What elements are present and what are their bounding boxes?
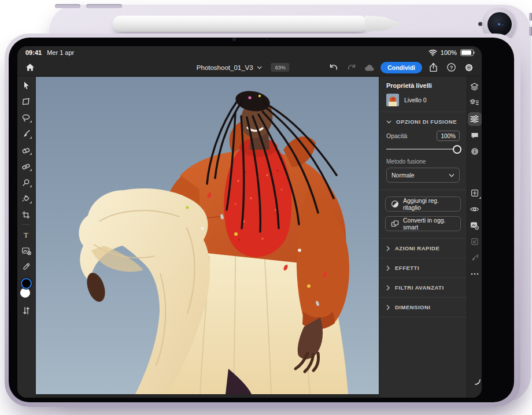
- blend-options-header[interactable]: OPZIONI DI FUSIONE: [379, 112, 467, 130]
- document-canvas[interactable]: [36, 77, 379, 394]
- eye-icon: [470, 205, 479, 213]
- redo-button[interactable]: [345, 61, 359, 75]
- background-color-swatch[interactable]: [20, 288, 30, 298]
- undo-icon: [329, 63, 339, 72]
- section-dimensions[interactable]: DIMENSIONI: [379, 298, 467, 317]
- adjustment-icon: [391, 200, 399, 208]
- transform-quad-icon: [21, 97, 31, 106]
- opacity-slider[interactable]: [386, 149, 459, 150]
- effects-brush-button[interactable]: [468, 251, 482, 265]
- swap-arrows-icon: [23, 306, 30, 315]
- type-tool[interactable]: T: [21, 229, 31, 239]
- rear-camera-lens: [487, 12, 512, 36]
- zoom-level-badge[interactable]: 63%: [271, 63, 290, 72]
- section-label: FILTRI AVANZATI: [395, 284, 444, 291]
- swap-colors-button[interactable]: [21, 306, 31, 316]
- layer-properties-panel: Proprietà livelli Livello 0 OPZIONI DI F…: [379, 76, 467, 398]
- effects-brush-icon: [470, 253, 479, 262]
- crop-icon: [21, 210, 31, 220]
- top-mic-slot: [86, 4, 122, 8]
- volume-button-up: [529, 13, 532, 21]
- comment-bubble-icon: [470, 131, 479, 140]
- cloud-sync-button[interactable]: [363, 61, 376, 75]
- section-label: AZIONI RAPIDE: [395, 245, 439, 251]
- section-advanced-filters[interactable]: FILTRI AVANZATI: [379, 278, 467, 298]
- opacity-slider-knob[interactable]: [453, 145, 461, 154]
- info-icon: [470, 147, 479, 156]
- taskbar-right: [467, 76, 482, 398]
- layers-button[interactable]: [468, 80, 482, 94]
- add-layer-button[interactable]: [468, 186, 482, 200]
- add-clipping-adjustment-button[interactable]: Aggiungi reg. ritaglio: [385, 197, 461, 212]
- home-icon: [25, 63, 35, 72]
- properties-sliders-icon: [470, 114, 479, 124]
- volume-button-down: [529, 27, 532, 36]
- front-camera: [232, 38, 236, 41]
- chevron-down-icon: [449, 173, 455, 177]
- eyedropper-tool[interactable]: [21, 262, 31, 272]
- help-button[interactable]: ?: [444, 61, 458, 75]
- brush-icon: [21, 129, 31, 139]
- convert-smart-object-button[interactable]: Converti in ogg. smart: [385, 216, 461, 231]
- undo-button[interactable]: [327, 61, 341, 75]
- settings-button[interactable]: [462, 61, 476, 75]
- blend-mode-dropdown[interactable]: Normale: [386, 168, 460, 183]
- document-title-menu[interactable]: Photoshoot_01_V3 63%: [197, 63, 290, 72]
- properties-button[interactable]: [468, 112, 482, 126]
- section-effects[interactable]: EFFETTI: [379, 258, 467, 278]
- clone-stamp-tool[interactable]: [21, 177, 31, 187]
- photoshop-app-screen: 09:41 Mer 1 apr 100% Photoshoot_01_V3: [17, 46, 482, 398]
- ellipsis-icon: [470, 272, 479, 276]
- battery-icon: [460, 49, 474, 56]
- more-options-button[interactable]: [468, 267, 482, 281]
- tool-rail-divider: [22, 224, 30, 225]
- type-icon: T: [21, 230, 31, 239]
- chevron-right-icon: [386, 246, 390, 251]
- move-tool[interactable]: [21, 80, 31, 90]
- document-title: Photoshoot_01_V3: [197, 64, 253, 71]
- status-bar: 09:41 Mer 1 apr 100%: [17, 46, 482, 59]
- divider: [379, 190, 467, 190]
- share-button[interactable]: Condividi: [380, 62, 422, 73]
- layer-mask-button[interactable]: [468, 218, 482, 232]
- chevron-right-icon: [386, 305, 390, 310]
- add-layer-icon: [470, 188, 479, 198]
- layer-mask-icon: [470, 221, 479, 230]
- layers-icon: [470, 82, 479, 91]
- blend-options-label: OPZIONI DI FUSIONE: [396, 118, 457, 125]
- bandage-icon: [21, 162, 31, 171]
- chevron-right-icon: [386, 265, 390, 271]
- home-button[interactable]: [23, 61, 37, 75]
- battery-percent: 100%: [441, 49, 457, 56]
- foreground-color-swatch[interactable]: [21, 278, 32, 289]
- paint-bucket-tool[interactable]: [21, 194, 31, 203]
- photo-illustration: [36, 77, 379, 394]
- section-label: EFFETTI: [395, 265, 419, 271]
- export-button[interactable]: [426, 61, 440, 75]
- panel-resize-handle[interactable]: [475, 377, 481, 387]
- transform-tool[interactable]: [21, 97, 31, 106]
- rear-mic-dot: [478, 22, 482, 26]
- layer-visibility-button[interactable]: [468, 202, 482, 216]
- move-arrow-icon: [22, 81, 31, 90]
- layer-details-button[interactable]: [468, 96, 482, 110]
- crop-tool[interactable]: [21, 210, 31, 220]
- place-image-icon: [21, 246, 31, 255]
- lasso-select-tool[interactable]: [21, 113, 31, 123]
- blend-mode-label: Metodo fusione: [379, 153, 467, 168]
- foreground-background-colors[interactable]: [20, 278, 32, 299]
- section-quick-actions[interactable]: AZIONI RAPIDE: [379, 239, 467, 258]
- send-to-button[interactable]: [468, 235, 482, 249]
- healing-brush-tool[interactable]: [21, 161, 31, 171]
- place-image-tool[interactable]: [21, 246, 31, 255]
- opacity-label: Opacità: [386, 132, 407, 139]
- eraser-tool[interactable]: [21, 145, 31, 155]
- cloud-icon: [364, 64, 375, 72]
- comments-button[interactable]: [468, 128, 482, 142]
- layer-row[interactable]: Livello 0: [379, 93, 467, 112]
- brush-tool[interactable]: [21, 129, 31, 139]
- layer-info-button[interactable]: [468, 144, 482, 158]
- opacity-value[interactable]: 100%: [437, 131, 460, 141]
- eraser-icon: [21, 146, 31, 155]
- smart-object-icon: [391, 220, 399, 228]
